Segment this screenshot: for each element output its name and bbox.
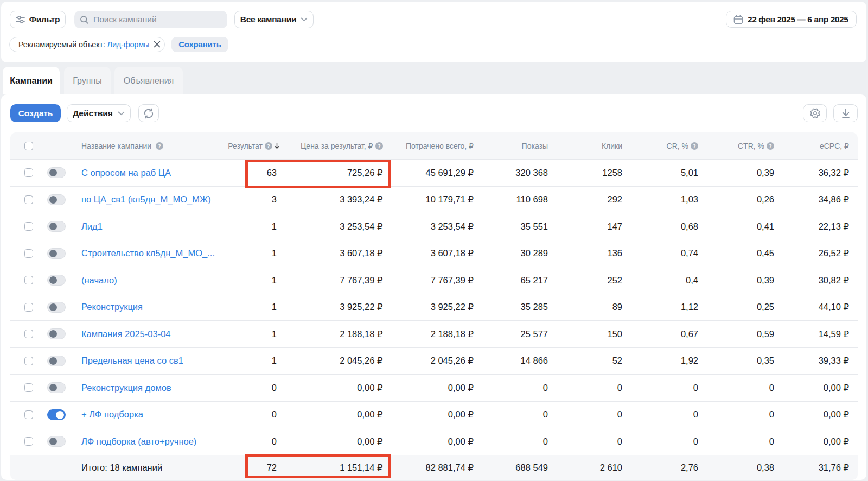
svg-text:?: ?	[693, 143, 696, 149]
svg-text:?: ?	[769, 143, 772, 149]
svg-text:?: ?	[158, 143, 161, 149]
svg-text:?: ?	[378, 143, 381, 149]
svg-text:?: ?	[267, 143, 270, 149]
